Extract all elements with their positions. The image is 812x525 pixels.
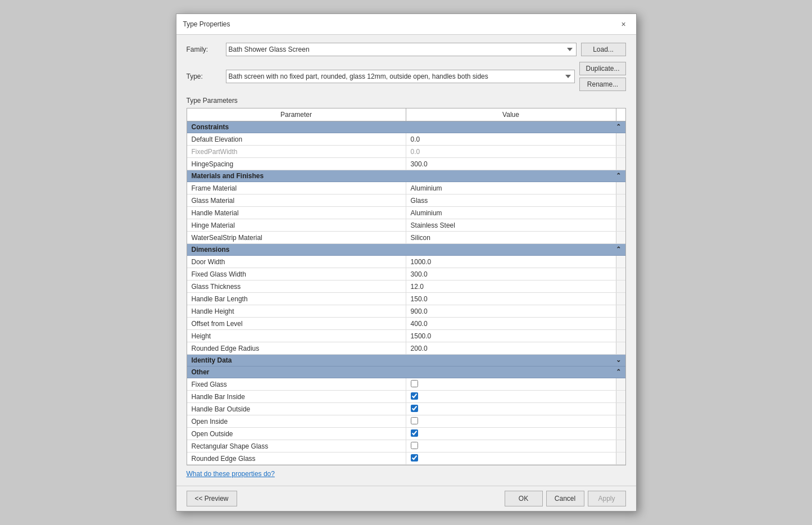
table-row[interactable]: Handle Height900.0 <box>187 305 625 318</box>
row-scroll-col <box>616 378 625 391</box>
param-name: Rectangular Shape Glass <box>187 440 406 452</box>
table-row[interactable]: Rounded Edge Radius200.0 <box>187 342 625 355</box>
parameters-table-container: Parameter Value Constraints⌃Default Elev… <box>187 108 626 465</box>
title-bar: Type Properties × <box>176 14 636 35</box>
param-value: 200.0 <box>406 342 616 355</box>
table-row[interactable]: Frame MaterialAluminium <box>187 182 625 194</box>
bottom-right: OK Cancel Apply <box>505 491 626 506</box>
checkbox-input[interactable] <box>411 417 418 424</box>
param-value: 1500.0 <box>406 330 616 342</box>
apply-button[interactable]: Apply <box>588 491 626 506</box>
checkbox-input[interactable] <box>411 405 418 412</box>
table-row[interactable]: WaterSealStrip MaterialSilicon <box>187 232 625 244</box>
cancel-button[interactable]: Cancel <box>546 491 584 506</box>
param-value[interactable] <box>406 403 616 415</box>
param-name: Fixed Glass Width <box>187 268 406 280</box>
param-name: Rounded Edge Radius <box>187 342 406 355</box>
param-value: 0.0 <box>406 133 616 146</box>
group-header[interactable]: Constraints⌃ <box>187 121 625 133</box>
type-select[interactable]: Bath screen with no fixed part, rounded,… <box>226 70 575 83</box>
rename-button[interactable]: Rename... <box>579 78 625 91</box>
table-row[interactable]: Default Elevation0.0 <box>187 133 625 146</box>
table-row[interactable]: Handle Bar Outside <box>187 403 625 415</box>
param-name: Handle Material <box>187 207 406 219</box>
param-value[interactable] <box>406 415 616 428</box>
table-row[interactable]: Hinge MaterialStainless Steel <box>187 219 625 232</box>
table-row[interactable]: Glass Thickness12.0 <box>187 280 625 293</box>
param-name: Handle Bar Length <box>187 293 406 305</box>
row-scroll-col <box>616 133 625 146</box>
param-name: FixedPartWidth <box>187 146 406 158</box>
group-header[interactable]: Other⌃ <box>187 366 625 378</box>
family-select[interactable]: Bath Shower Glass Screen <box>226 43 577 56</box>
row-scroll-col <box>616 182 625 194</box>
group-header[interactable]: Identity Data⌄ <box>187 355 625 366</box>
table-row[interactable]: Open Inside <box>187 415 625 428</box>
row-scroll-col <box>616 207 625 219</box>
param-value[interactable] <box>406 378 616 391</box>
param-value[interactable] <box>406 452 616 465</box>
param-value: 400.0 <box>406 318 616 330</box>
type-row: Type: Bath screen with no fixed part, ro… <box>187 62 626 91</box>
row-scroll-col <box>616 158 625 170</box>
row-scroll-col <box>616 305 625 318</box>
param-value: Glass <box>406 194 616 207</box>
param-name: Default Elevation <box>187 133 406 146</box>
checkbox-input[interactable] <box>411 442 418 449</box>
col-scrollbar-header <box>616 108 625 121</box>
table-row[interactable]: HingeSpacing300.0 <box>187 158 625 170</box>
preview-button[interactable]: << Preview <box>187 491 237 506</box>
row-scroll-col <box>616 415 625 428</box>
param-name: Glass Thickness <box>187 280 406 293</box>
help-link[interactable]: What do these properties do? <box>187 470 626 478</box>
row-scroll-col <box>616 280 625 293</box>
load-button[interactable]: Load... <box>581 43 626 56</box>
type-parameters-label: Type Parameters <box>187 97 626 105</box>
table-row[interactable]: Door Width1000.0 <box>187 256 625 268</box>
param-value: Silicon <box>406 232 616 244</box>
param-value: 300.0 <box>406 268 616 280</box>
table-row[interactable]: Offset from Level400.0 <box>187 318 625 330</box>
row-scroll-col <box>616 318 625 330</box>
table-row[interactable]: Handle MaterialAluminium <box>187 207 625 219</box>
row-scroll-col <box>616 268 625 280</box>
row-scroll-col <box>616 330 625 342</box>
param-value[interactable] <box>406 428 616 440</box>
table-row[interactable]: Fixed Glass Width300.0 <box>187 268 625 280</box>
param-name: Rounded Edge Glass <box>187 452 406 465</box>
close-button[interactable]: × <box>618 19 629 30</box>
table-row[interactable]: FixedPartWidth0.0 <box>187 146 625 158</box>
param-value[interactable] <box>406 440 616 452</box>
checkbox-input[interactable] <box>411 454 418 461</box>
table-row[interactable]: Fixed Glass <box>187 378 625 391</box>
table-row[interactable]: Open Outside <box>187 428 625 440</box>
param-value[interactable] <box>406 391 616 403</box>
table-header: Parameter Value <box>187 108 625 121</box>
table-row[interactable]: Rectangular Shape Glass <box>187 440 625 452</box>
type-buttons: Duplicate... Rename... <box>579 62 625 91</box>
param-name: Glass Material <box>187 194 406 207</box>
table-row[interactable]: Handle Bar Inside <box>187 391 625 403</box>
checkbox-input[interactable] <box>411 429 418 437</box>
row-scroll-col <box>616 342 625 355</box>
table-row[interactable]: Height1500.0 <box>187 330 625 342</box>
row-scroll-col <box>616 440 625 452</box>
table-row[interactable]: Handle Bar Length150.0 <box>187 293 625 305</box>
ok-button[interactable]: OK <box>505 491 543 506</box>
table-row[interactable]: Rounded Edge Glass <box>187 452 625 465</box>
param-value: Stainless Steel <box>406 219 616 232</box>
group-header[interactable]: Dimensions⌃ <box>187 244 625 256</box>
param-value: Aluminium <box>406 182 616 194</box>
checkbox-input[interactable] <box>411 380 418 387</box>
duplicate-button[interactable]: Duplicate... <box>579 62 625 75</box>
checkbox-input[interactable] <box>411 392 418 400</box>
param-name: Height <box>187 330 406 342</box>
row-scroll-col <box>616 428 625 440</box>
param-name: HingeSpacing <box>187 158 406 170</box>
param-name: Frame Material <box>187 182 406 194</box>
group-header[interactable]: Materials and Finishes⌃ <box>187 170 625 182</box>
param-value: 300.0 <box>406 158 616 170</box>
table-row[interactable]: Glass MaterialGlass <box>187 194 625 207</box>
param-name: Hinge Material <box>187 219 406 232</box>
col-value: Value <box>406 108 616 121</box>
